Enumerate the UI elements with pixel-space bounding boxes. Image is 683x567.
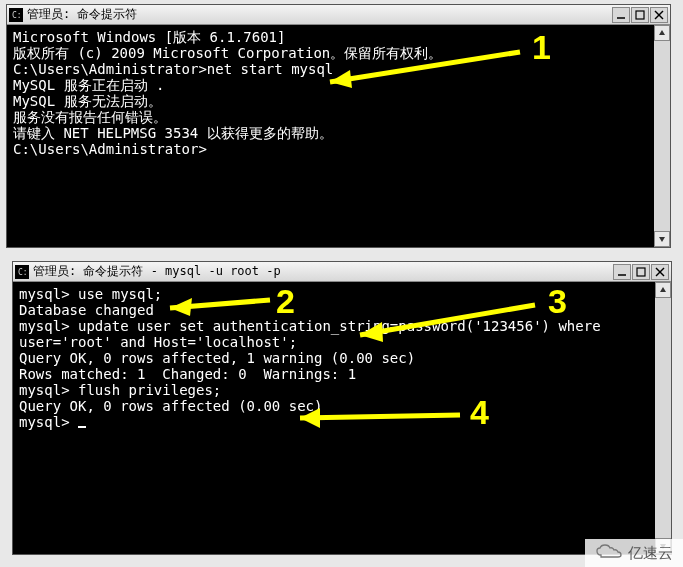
console-prompt: mysql> (19, 414, 665, 430)
scrollbar[interactable] (655, 282, 671, 554)
svg-rect-3 (636, 11, 644, 19)
cmd-icon: C:\ (15, 265, 29, 279)
console-line: 版权所有 (c) 2009 Microsoft Corporation。保留所有… (13, 45, 664, 61)
cmd-icon: C:\ (9, 8, 23, 22)
console-body-1[interactable]: Microsoft Windows [版本 6.1.7601] 版权所有 (c)… (7, 25, 670, 247)
console-line: MySQL 服务无法启动。 (13, 93, 664, 109)
svg-rect-11 (637, 268, 645, 276)
svg-marker-6 (659, 30, 665, 35)
maximize-button[interactable] (632, 264, 650, 280)
title-text-2: 管理员: 命令提示符 - mysql -u root -p (33, 263, 613, 280)
console-line: MySQL 服务正在启动 . (13, 77, 664, 93)
svg-marker-15 (660, 544, 666, 549)
scrollbar[interactable] (654, 25, 670, 247)
svg-marker-7 (659, 237, 665, 242)
svg-text:C:\: C:\ (18, 268, 27, 277)
console-line: Microsoft Windows [版本 6.1.7601] (13, 29, 664, 45)
scroll-up-button[interactable] (654, 25, 670, 41)
close-button[interactable] (650, 7, 668, 23)
console-line: Query OK, 0 rows affected (0.00 sec) (19, 398, 665, 414)
maximize-button[interactable] (631, 7, 649, 23)
scroll-down-button[interactable] (654, 231, 670, 247)
scroll-up-button[interactable] (655, 282, 671, 298)
minimize-button[interactable] (612, 7, 630, 23)
titlebar-1[interactable]: C:\ 管理员: 命令提示符 (7, 5, 670, 25)
console-line: 请键入 NET HELPMSG 3534 以获得更多的帮助。 (13, 125, 664, 141)
cursor (78, 426, 86, 428)
title-text-1: 管理员: 命令提示符 (27, 6, 612, 23)
console-line: C:\Users\Administrator>net start mysql (13, 61, 664, 77)
console-line: mysql> update user set authentication_st… (19, 318, 665, 350)
close-button[interactable] (651, 264, 669, 280)
console-body-2[interactable]: mysql> use mysql; Database changed mysql… (13, 282, 671, 554)
window-controls-2 (613, 264, 669, 280)
svg-marker-14 (660, 287, 666, 292)
console-line: mysql> flush privileges; (19, 382, 665, 398)
console-line: C:\Users\Administrator> (13, 141, 664, 157)
scroll-down-button[interactable] (655, 538, 671, 554)
minimize-button[interactable] (613, 264, 631, 280)
svg-text:C:\: C:\ (12, 11, 21, 20)
console-line: Database changed (19, 302, 665, 318)
console-line: Query OK, 0 rows affected, 1 warning (0.… (19, 350, 665, 366)
titlebar-2[interactable]: C:\ 管理员: 命令提示符 - mysql -u root -p (13, 262, 671, 282)
cmd-window-2: C:\ 管理员: 命令提示符 - mysql -u root -p mysql>… (12, 261, 672, 555)
console-line: mysql> use mysql; (19, 286, 665, 302)
console-line: 服务没有报告任何错误。 (13, 109, 664, 125)
console-line: Rows matched: 1 Changed: 0 Warnings: 1 (19, 366, 665, 382)
window-controls-1 (612, 7, 668, 23)
cmd-window-1: C:\ 管理员: 命令提示符 Microsoft Windows [版本 6.1… (6, 4, 671, 248)
